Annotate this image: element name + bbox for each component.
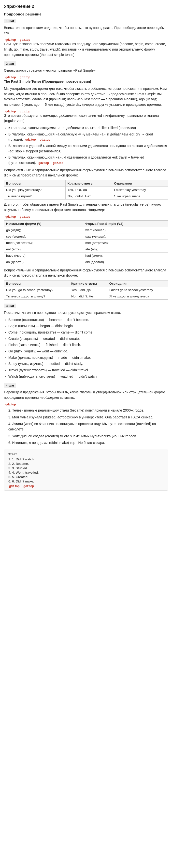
- table2-header-0: Вопросы: [4, 280, 69, 287]
- watermark-13: gdz.top: [5, 403, 16, 406]
- formation-title: Это время образуется с помощью добавлени…: [4, 113, 168, 124]
- answer-item: 2. Became.: [12, 462, 164, 466]
- list-item: 3. Моя мама изучала (studied) астрофизик…: [8, 415, 168, 420]
- table-row: do (делать)did (сделал): [4, 259, 168, 265]
- irr-cell: do (делать): [4, 259, 83, 265]
- irregular-table: Начальная форма (V) Форма Past Simple (V…: [4, 220, 168, 265]
- table1-header-0: Вопросы: [4, 180, 66, 187]
- page-title: Упражнение 2: [4, 4, 168, 9]
- watermark-3: gdz.top: [5, 75, 16, 79]
- verbs-list: Become (становиться) — became — didn't b…: [8, 317, 168, 379]
- watermark-4: gdz.top: [20, 75, 30, 79]
- table2-header-2: Отрицания: [107, 280, 168, 287]
- list-item: К глаголам, оканчивающимся на -e, добавл…: [8, 125, 168, 131]
- tbl2-cell: I didn't go to school yesterday: [107, 287, 168, 293]
- watermark-12: gdz.top: [20, 215, 30, 218]
- step-4: 4 шаг Переведём предложения, чтобы понят…: [4, 383, 168, 446]
- watermark-ans: gdz.top: [9, 485, 20, 488]
- table1-cell: Я не играл вчера: [112, 193, 168, 199]
- list-item: Watch (наблюдать, смотреть) — watched — …: [8, 374, 168, 379]
- step-2-intro: Ознакомимся с грамматическим правилом «P…: [4, 68, 168, 73]
- table-row: go (идти);went (пошёл);: [4, 227, 168, 233]
- table-row: see (видеть);saw (увидел);: [4, 233, 168, 240]
- irr-cell: saw (увидел);: [83, 233, 168, 240]
- answer-item: 1. Didn't watch.: [12, 458, 164, 461]
- table-row: Did you go to school yesterday?Yes, I di…: [4, 287, 168, 293]
- list-item: В глаголах, оканчивающихся на -l, -l удв…: [8, 155, 168, 165]
- table-row: Ты вчера ходил в школу?No, I didn't. Нет…: [4, 293, 168, 300]
- tbl2-cell: Ты вчера ходил в школу?: [4, 293, 69, 300]
- step-3-intro: Поставим глаголы в прошедшее время, руко…: [4, 310, 168, 316]
- irr-cell: ate (ел);: [83, 246, 168, 252]
- step-1-note: Нам нужно заполнить пропуски глаголами и…: [4, 41, 168, 57]
- watermark-8: gdz.top: [40, 137, 50, 142]
- step-4-intro: Переведём предложения, чтобы понять, как…: [4, 390, 168, 400]
- table1-header-2: Отрицания: [112, 180, 168, 187]
- sentences-list: 2. Телевизионные реалити-шоу стали (beca…: [8, 408, 168, 446]
- rule-body: Мы употребляем это время для того, чтобы…: [4, 86, 168, 107]
- watermark-ans2: gdz.top: [24, 485, 34, 488]
- step-1-content: Внимательно прочитаем задание, чтобы пон…: [4, 25, 168, 36]
- list-item: Create (создавать) — created — didn't cr…: [8, 336, 168, 342]
- table-row: Ты вчера играл? No, I didn't. Нет Я не и…: [4, 193, 168, 199]
- table1: Вопросы Краткие ответы Отрицания Did you…: [4, 180, 168, 199]
- table1-cell: I didn't play yesterday: [112, 187, 168, 193]
- answer-title: Ответ: [8, 452, 164, 456]
- irr-cell: did (сделал): [83, 259, 168, 265]
- list-item: 5. Уолт Дисней создал (created) много зн…: [8, 434, 168, 439]
- regular-rules-list: К глаголам, оканчивающимся на -e, добавл…: [8, 125, 168, 166]
- table1-cell: Yes, I did. Да: [65, 187, 112, 193]
- list-item: Become (становиться) — became — didn't b…: [8, 317, 168, 323]
- list-item: Come (приходить, приезжать) — came — did…: [8, 330, 168, 335]
- table1-cell: Ты вчера играл?: [4, 193, 66, 199]
- step-4-label: 4 шаг: [4, 383, 16, 388]
- step-2-label: 2 шаг: [4, 61, 16, 66]
- step-3-label: 3 шаг: [4, 304, 16, 308]
- tbl2-cell: Yes, I did. Да: [69, 287, 107, 293]
- irr-cell: have (иметь);: [4, 252, 83, 259]
- table2-header-1: Краткие ответы: [69, 280, 107, 287]
- watermark-9: gdz.top: [38, 161, 49, 165]
- step-2: 2 шаг Ознакомимся с грамматическим прави…: [4, 61, 168, 300]
- irr-cell: met (встретил);: [83, 240, 168, 246]
- table-row: have (иметь);had (имел);: [4, 252, 168, 259]
- list-item: 2. Телевизионные реалити-шоу стали (beca…: [8, 408, 168, 413]
- irr-header-1: Форма Past Simple (V2): [83, 220, 168, 227]
- table-row: Did you play yesterday? Yes, I did. Да I…: [4, 187, 168, 193]
- list-item: В глаголах, оканчивающихся на согласную …: [8, 132, 168, 142]
- list-item: 4. Эмили (went) во Францию на каникулы в…: [8, 421, 168, 432]
- table1-cell: Did you play yesterday?: [4, 187, 66, 193]
- table1-cell: No, I didn't. Нет: [65, 193, 112, 199]
- answer-block: Ответ 1. Didn't watch.2. Became.3. Studi…: [4, 450, 168, 491]
- irr-cell: see (видеть);: [4, 233, 83, 240]
- watermark-1: gdz.top: [5, 38, 16, 41]
- watermark-10: gdz.top: [53, 161, 63, 165]
- table1-header-1: Краткие ответы: [65, 180, 112, 187]
- irr-cell: had (имел);: [83, 252, 168, 259]
- answer-item: 4. Went, travelled.: [12, 471, 164, 474]
- list-item: Study (учить, изучать) — studied — didn'…: [8, 361, 168, 367]
- list-item: Go (идти, ходить) — went — didn't go.: [8, 349, 168, 354]
- answer-item: 5. Created.: [12, 475, 164, 479]
- answer-item: 6. Didn't make.: [12, 479, 164, 483]
- watermark-2: gdz.top: [20, 38, 30, 41]
- irr-cell: go (идти);: [4, 227, 83, 233]
- rule-title: The Past Simple Tense (Прошедшее простое…: [4, 79, 168, 85]
- list-item: Travel (путешествовать) — travelled — di…: [8, 368, 168, 373]
- tbl2-cell: Я не ходил в школу вчера: [107, 293, 168, 300]
- table-row: meet (встретить);met (встретил);: [4, 240, 168, 246]
- watermark-5: gdz.top: [5, 110, 16, 113]
- irr-cell: eat (есть);: [4, 246, 83, 252]
- watermark-7: gdz.top: [25, 137, 36, 142]
- list-item: Make (делать, производить) — made — didn…: [8, 355, 168, 361]
- table-row: eat (есть);ate (ел);: [4, 246, 168, 252]
- list-item: Begin (начинать) — began — didn't begin.: [8, 323, 168, 329]
- irregular-intro: Для того, чтобы образовать время Past Si…: [4, 202, 168, 213]
- watermark-11: gdz.top: [5, 215, 16, 218]
- irr-cell: meet (встретить);: [4, 240, 83, 246]
- irr-header-0: Начальная форма (V): [4, 220, 83, 227]
- step-3: 3 шаг Поставим глаголы в прошедшее время…: [4, 304, 168, 379]
- tbl2-cell: No, I didn't. Нет: [69, 293, 107, 300]
- list-item: Finish (заканчивать) — finished — didn't…: [8, 342, 168, 348]
- page-subtitle: Подробное решение: [4, 12, 168, 16]
